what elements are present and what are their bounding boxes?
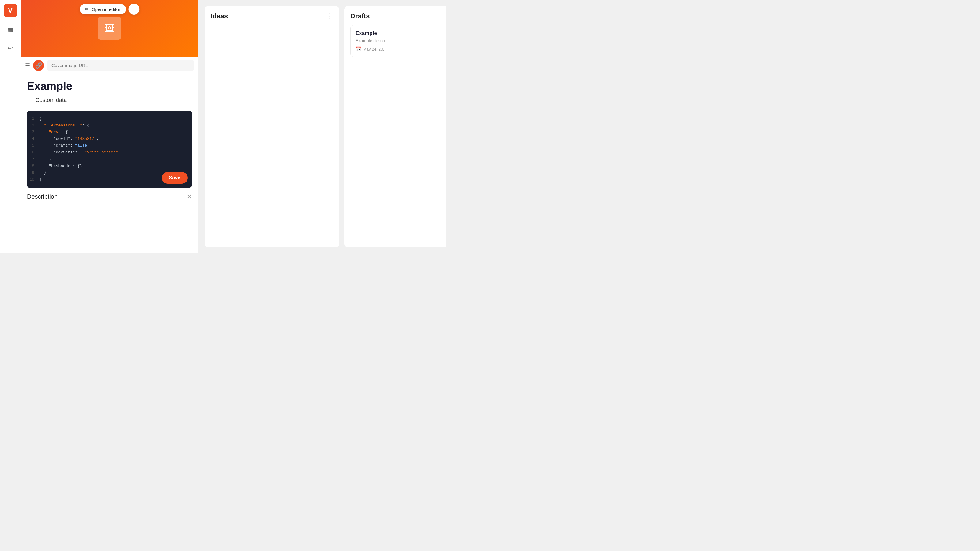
line-num-10: 10: [27, 176, 39, 183]
line-num-6: 6: [27, 149, 39, 156]
logo-text: V: [8, 6, 13, 14]
line-num-4: 4: [27, 136, 39, 142]
sidebar-item-editor[interactable]: ✏: [4, 41, 16, 54]
code-line-5: 5 "draft": false,: [27, 142, 192, 149]
code-line-8: 8 "hashnode": {}: [27, 163, 192, 170]
ideas-column: Ideas ⋮: [205, 6, 339, 247]
code-line-7: 7 },: [27, 156, 192, 163]
line-num-5: 5: [27, 142, 39, 149]
line-num-1: 1: [27, 115, 39, 122]
link-button[interactable]: 🔗: [33, 60, 44, 71]
title-area: Example ☰ Custom data: [21, 75, 198, 111]
cover-image-area: 🖼 ✏ Open in editor ⋮: [21, 0, 198, 57]
logo[interactable]: V: [4, 4, 17, 17]
calendar-icon: 📅: [356, 46, 361, 52]
cover-url-row: ☰ 🔗: [21, 57, 198, 75]
main-container: 🖼 ✏ Open in editor ⋮ ☰ 🔗 Example: [21, 0, 446, 254]
line-num-2: 2: [27, 122, 39, 129]
ideas-more-button[interactable]: ⋮: [326, 12, 333, 20]
draft-title: Example: [356, 30, 446, 37]
draft-description: Example descri…: [356, 38, 446, 43]
cover-image-placeholder: 🖼: [98, 17, 121, 40]
close-description-button[interactable]: ✕: [186, 193, 192, 201]
drafts-column: Drafts Example Example descri… 📅 May 24,…: [344, 6, 446, 247]
more-options-button[interactable]: ⋮: [128, 4, 139, 15]
pencil-icon: ✏: [8, 44, 13, 51]
line-num-9: 9: [27, 170, 39, 176]
code-block[interactable]: 1 { 2 "__extensions__": { 3 "dev": { 4 "…: [27, 111, 192, 188]
cover-url-input[interactable]: [47, 60, 194, 71]
line-num-7: 7: [27, 156, 39, 163]
ideas-column-header: Ideas ⋮: [211, 12, 333, 20]
right-columns: Ideas ⋮ Drafts Example Example descri… 📅…: [199, 0, 446, 254]
custom-data-header: ☰ Custom data: [27, 97, 192, 104]
custom-data-label: Custom data: [35, 97, 67, 103]
draft-date-text: May 24, 20…: [363, 47, 387, 51]
ideas-title: Ideas: [211, 12, 228, 20]
sidebar-item-grid[interactable]: ▦: [4, 23, 16, 35]
save-button[interactable]: Save: [162, 172, 188, 184]
code-line-6: 6 "devSeries": "Vrite series": [27, 149, 192, 156]
top-toolbar: ✏ Open in editor ⋮: [80, 4, 139, 15]
article-title: Example: [27, 80, 192, 93]
edit-icon: ✏: [85, 6, 89, 12]
open-editor-button[interactable]: ✏ Open in editor: [80, 4, 126, 14]
description-section: Description ✕: [21, 188, 198, 203]
line-num-8: 8: [27, 163, 39, 170]
line-num-3: 3: [27, 129, 39, 136]
code-line-1: 1 {: [27, 115, 192, 122]
drafts-column-header: Drafts: [350, 12, 446, 20]
code-line-4: 4 "devId": "1485817",: [27, 136, 192, 142]
code-line-2: 2 "__extensions__": {: [27, 122, 192, 129]
draft-card[interactable]: Example Example descri… 📅 May 24, 20…: [350, 25, 446, 57]
link-icon: 🔗: [35, 62, 42, 69]
draft-date: 📅 May 24, 20…: [356, 46, 446, 52]
sidebar: V ▦ ✏: [0, 0, 21, 254]
description-label: Description: [27, 193, 57, 200]
menu-icon: ☰: [27, 97, 32, 104]
grid-icon: ▦: [7, 26, 13, 33]
open-editor-label: Open in editor: [92, 7, 120, 12]
hamburger-icon[interactable]: ☰: [25, 62, 30, 69]
drafts-title: Drafts: [350, 12, 370, 20]
editor-panel: 🖼 ✏ Open in editor ⋮ ☰ 🔗 Example: [21, 0, 199, 254]
code-line-3: 3 "dev": {: [27, 129, 192, 136]
more-icon: ⋮: [131, 6, 137, 13]
image-icon: 🖼: [105, 23, 115, 34]
